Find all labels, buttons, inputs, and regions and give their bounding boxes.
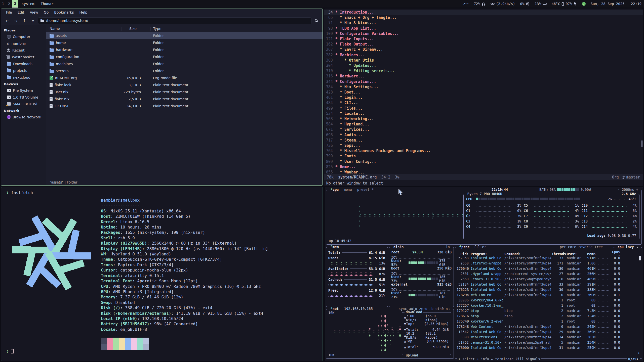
proc-options[interactable]: per-core reverse tree <box>558 245 604 249</box>
up-button[interactable]: ↑ <box>21 17 28 24</box>
table-row[interactable]: flake.lock3,1 KiBPlain text document <box>46 81 323 88</box>
filter-button[interactable]: filter <box>473 245 488 249</box>
menu-edit[interactable]: Edit <box>15 10 26 15</box>
table-row[interactable]: flake.nix2,5 KiBPlain text document <box>46 96 323 103</box>
sidebar-item-wastebasket[interactable]: Wastebasket <box>1 54 46 60</box>
org-outline-line[interactable]: 534 * Locale... <box>324 111 643 116</box>
org-outline-line[interactable]: 499 * Files... <box>324 106 643 111</box>
process-row[interactable]: 51762.emacs-31.0.50-/nix/store/wnqz5pa8r… <box>455 340 642 345</box>
process-row[interactable]: 178294Web Content/nix/store/sm8fmrf3wps4… <box>455 292 642 297</box>
org-outline-line[interactable]: 584 * Hyprland... <box>324 122 643 127</box>
org-outline-line[interactable]: 282* Machines... <box>324 53 643 58</box>
table-row[interactable]: secretsFolder <box>46 67 323 74</box>
menu-file[interactable]: File <box>4 10 14 15</box>
org-outline-line[interactable]: 71 * Nix & Nixos... <box>324 20 643 26</box>
mem-box-title[interactable]: 2mem <box>329 245 340 249</box>
org-outline-line[interactable]: 563 * Networking... <box>324 116 643 122</box>
sidebar-item-smallbox-wi-[interactable]: SMALLBOX Wi... <box>1 101 46 107</box>
org-outline-line[interactable]: 825* Home... <box>324 164 643 170</box>
table-row[interactable]: machinesFolder <box>46 60 323 67</box>
org-outline-line[interactable]: 384 * Nix Settings... <box>324 84 643 90</box>
org-outline-line[interactable]: 303 * Other Utils <box>324 58 643 63</box>
org-outline-line[interactable]: 671 * Services... <box>324 127 643 132</box>
process-row[interactable]: 176223Isolated Web Co/nix/store/sm8fmrf3… <box>455 287 642 292</box>
current-prompt[interactable]: ~ ❯ <box>6 343 14 354</box>
process-row[interactable]: 176000Isolated Web Co/nix/store/sm8fmrf3… <box>455 345 642 350</box>
sidebar-item-downloads[interactable]: Downloads <box>1 60 46 67</box>
process-row[interactable]: 2658.firefox-wrappe/nix/store/sm8fmrf3wp… <box>455 260 642 266</box>
process-row[interactable]: 13642Isolated Web Co/nix/store/sm8fmrf3w… <box>455 329 642 334</box>
process-row[interactable]: 176646Isolated Web Co/nix/store/sm8fmrf3… <box>455 266 642 271</box>
org-outline-line[interactable]: 855 * Waubar... <box>324 170 643 174</box>
sidebar-item-recent[interactable]: Recent <box>1 47 46 54</box>
sidebar-item-1-0-tb-volume[interactable]: 1,0 TB Volume <box>1 94 46 101</box>
org-outline-line[interactable]: 109* Configuration Variables... <box>324 31 643 36</box>
process-row[interactable]: 178248Web Content/nix/store/sm8fmrf3wps4… <box>455 324 642 329</box>
proc-footer[interactable]: ↑ select ↓ info ↵ terminate kill signals <box>457 357 541 361</box>
table-row[interactable]: assetsFolder <box>46 32 323 39</box>
org-outline-line[interactable]: 764 * Miscellaneous Packages and Program… <box>324 148 643 154</box>
org-outline-line[interactable]: 93* TLDR App List... <box>324 26 643 31</box>
sidebar-item-browse-network[interactable]: Browse Network <box>1 114 46 120</box>
forward-button[interactable]: → <box>12 17 19 24</box>
org-outline-line[interactable]: 717 * Steam... <box>324 138 643 143</box>
org-outline-line[interactable]: 121* Flake Inputs... <box>324 36 643 42</box>
org-buffer[interactable]: 34* Introduction...65 * Emacs + Org + Ta… <box>324 9 643 174</box>
org-outline-line[interactable]: 484 * CLI... <box>324 100 643 106</box>
back-button[interactable]: ← <box>4 17 11 24</box>
org-outline-line[interactable]: 65 * Emacs + Org + Tangle... <box>324 15 643 20</box>
preset-button[interactable]: preset * <box>356 188 375 192</box>
sidebar-item-computer[interactable]: Computer <box>1 33 46 40</box>
disks-box-title[interactable]: disks <box>392 245 405 249</box>
org-outline-line[interactable]: 34* Introduction... <box>324 10 643 15</box>
org-outline-line[interactable]: 428 * Boot... <box>324 90 643 95</box>
column-name[interactable]: Name <box>46 27 122 31</box>
cpu-box-title[interactable]: 1cpu <box>329 188 340 192</box>
workspace-button-3[interactable]: 3 <box>12 0 18 8</box>
cpu-module[interactable]: 0% <box>520 2 530 6</box>
volume-module[interactable]: 72% <box>474 2 485 6</box>
network-module[interactable]: (2.9kb/s) <box>491 2 515 6</box>
menu-button[interactable]: menu <box>342 188 353 192</box>
home-button[interactable]: ⌂ <box>29 17 36 24</box>
org-outline-line[interactable]: 809 * User Config... <box>324 159 643 164</box>
org-outline-line[interactable]: 344* Configuration... <box>324 79 643 84</box>
column-type[interactable]: Type <box>150 27 323 31</box>
table-row[interactable]: homeFolder <box>46 39 323 46</box>
clock-module[interactable]: Sun, 28 Sep 2025 - 22:19 <box>591 2 641 6</box>
memory-module[interactable]: 13% <box>535 2 546 6</box>
org-outline-line[interactable]: 799 * Fonts... <box>324 154 643 159</box>
menu-view[interactable]: View <box>28 10 41 15</box>
table-row[interactable]: configurationFolder <box>46 53 323 60</box>
sidebar-item-file-system[interactable]: File System <box>1 87 46 94</box>
proc-sort-mode[interactable]: ← cpu lazy → <box>612 245 639 249</box>
org-outline-line[interactable]: 316* Hardware... <box>324 74 643 79</box>
org-outline-line[interactable]: 304 * Updates... <box>324 63 643 68</box>
org-outline-line[interactable]: 736 * Sops... <box>324 143 643 148</box>
process-row[interactable]: 2660.emacs-31.0.50-/nix/store/wnqz5pa8ra… <box>455 276 642 282</box>
proc-scrollbar[interactable] <box>639 256 641 260</box>
menu-help[interactable]: Help <box>77 10 90 15</box>
update-interval[interactable]: - 2000ms + <box>617 188 639 192</box>
emacs-scrollbar[interactable] <box>641 140 642 147</box>
process-row[interactable]: 175749kworker/6:2-even1root0B0.0 <box>455 319 642 324</box>
process-row[interactable]: 178616btopbtop2nambiar7.4M0.0 <box>455 313 642 319</box>
org-outline-line[interactable]: 698 * Audio... <box>324 132 643 138</box>
process-row[interactable]: 52134Isolated Web Co/nix/store/sm8fmrf3w… <box>455 282 642 287</box>
process-row[interactable]: 52368Isolated Web Co/nix/store/sm8fmrf3w… <box>455 255 642 260</box>
process-row[interactable]: 3390WebExtensions/nix/store/sm8fmrf3wps4… <box>455 334 642 340</box>
workspace-button-2[interactable]: 2 <box>6 0 12 8</box>
net-box-title[interactable]: 3net <box>329 307 340 311</box>
process-row[interactable]: 2601.Hyprland-wrapp/run/current-system/s… <box>455 271 642 276</box>
sidebar-item-projects[interactable]: projects <box>1 67 46 74</box>
table-row[interactable]: README.org76,4 KiBOrg-mode file <box>46 74 323 81</box>
io-toggle[interactable]: io <box>445 245 451 249</box>
process-row[interactable]: 179127btopbtop2nambiar7.3M0.0 <box>455 308 642 313</box>
org-outline-line[interactable]: 267 * Envrc + Direnv... <box>324 47 643 52</box>
status-module[interactable]: ✓ <box>582 2 586 6</box>
process-row[interactable]: 177257kworker/10:1-mm_1root0B0.0 <box>455 303 642 308</box>
workspace-button-1[interactable]: 1 <box>0 0 6 8</box>
table-row[interactable]: LICENSE34,3 KiBPlain text document <box>46 103 323 110</box>
column-size[interactable]: Size <box>122 27 150 31</box>
org-outline-line[interactable]: 461 * Login... <box>324 95 643 100</box>
